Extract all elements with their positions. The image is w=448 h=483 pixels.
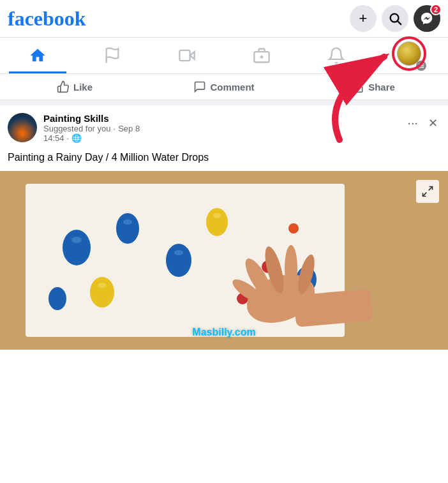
share-label: Share	[368, 82, 395, 93]
marketplace-icon	[253, 47, 271, 64]
like-label: Like	[73, 82, 93, 93]
home-icon	[29, 47, 47, 64]
post-card: Painting Skills Suggested for you · Sep …	[0, 105, 448, 350]
svg-line-37	[429, 187, 433, 191]
nav-watch[interactable]	[84, 40, 141, 71]
dot-separator2: ·	[67, 133, 70, 143]
svg-point-21	[90, 277, 114, 308]
thumbs-up-icon	[57, 80, 70, 93]
nav-video[interactable]	[158, 40, 216, 71]
messenger-badge: 2	[430, 4, 442, 15]
header-actions: + 2	[350, 5, 440, 32]
plus-icon: +	[359, 10, 368, 27]
media-canvas	[0, 171, 448, 350]
post-page-name: Painting Skills	[43, 113, 405, 124]
svg-point-22	[98, 283, 107, 288]
fullscreen-button[interactable]	[416, 180, 439, 203]
post-title: Painting a Rainy Day / 4 Million Water D…	[0, 148, 448, 171]
svg-line-1	[398, 21, 401, 24]
svg-point-15	[63, 230, 91, 265]
share-icon	[352, 80, 364, 93]
svg-rect-3	[179, 50, 190, 61]
post-avatar	[8, 113, 37, 142]
suggested-text: Suggested for you	[43, 124, 111, 133]
svg-point-33	[285, 245, 297, 291]
svg-point-23	[206, 208, 228, 236]
svg-rect-8	[418, 64, 423, 64]
svg-rect-9	[418, 65, 423, 66]
more-options-button[interactable]: ···	[405, 113, 421, 133]
nav-profile[interactable]	[382, 40, 440, 71]
post-time-line: 14:54 · 🌐	[43, 133, 405, 143]
add-button[interactable]: +	[350, 5, 377, 32]
app-logo: facebook	[8, 7, 86, 31]
lines-icon	[418, 63, 424, 69]
svg-point-19	[166, 244, 191, 277]
svg-rect-36	[294, 289, 373, 327]
like-button[interactable]: Like	[0, 75, 149, 98]
post-meta: Painting Skills Suggested for you · Sep …	[43, 113, 405, 143]
nav-home[interactable]	[9, 40, 66, 71]
svg-line-38	[423, 193, 427, 197]
svg-point-29	[49, 287, 66, 310]
svg-rect-10	[418, 67, 423, 68]
nav-section	[0, 38, 448, 74]
nav-notifications[interactable]	[308, 40, 365, 71]
post-date: Sep 8	[118, 124, 140, 133]
dot-separator: ·	[114, 124, 116, 133]
menu-overlay-icon	[416, 61, 426, 71]
search-icon	[388, 11, 402, 26]
messenger-button[interactable]: 2	[414, 5, 440, 32]
svg-point-16	[71, 237, 82, 243]
post-header: Painting Skills Suggested for you · Sep …	[0, 113, 448, 143]
share-button[interactable]: Share	[299, 75, 448, 98]
svg-point-17	[116, 213, 139, 244]
comment-label: Comment	[210, 82, 254, 93]
action-bar: Like Comment Share	[0, 74, 448, 100]
fullscreen-icon	[421, 185, 434, 198]
post-time: 14:54	[43, 133, 64, 143]
comment-icon	[193, 80, 206, 93]
search-button[interactable]	[382, 5, 408, 32]
post-subtext: Suggested for you · Sep 8	[43, 124, 405, 133]
post-media[interactable]: Masbilly.com	[0, 171, 448, 350]
navbar	[0, 38, 448, 74]
svg-point-20	[174, 250, 183, 255]
comment-button[interactable]: Comment	[149, 75, 299, 98]
flag-icon	[103, 47, 121, 64]
watermark: Masbilly.com	[192, 327, 255, 338]
bell-icon	[327, 47, 345, 64]
svg-point-24	[213, 213, 221, 218]
profile-avatar-btn[interactable]	[397, 41, 425, 70]
video-icon	[178, 47, 196, 64]
globe-icon: 🌐	[71, 133, 82, 143]
feed-divider	[0, 100, 448, 105]
nav-marketplace[interactable]	[233, 40, 290, 71]
close-post-button[interactable]: ✕	[426, 114, 440, 133]
app-header: facebook + 2	[0, 0, 448, 38]
svg-point-18	[123, 219, 132, 225]
post-actions-right: ··· ✕	[405, 113, 440, 133]
svg-point-26	[288, 223, 299, 234]
